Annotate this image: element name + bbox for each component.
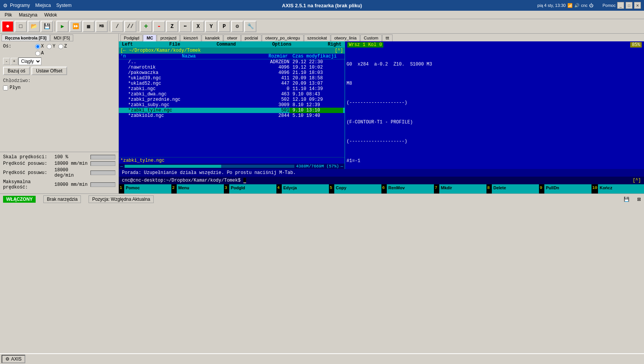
help-label[interactable]: Pomoc <box>603 3 616 8</box>
bazuj-btn[interactable]: Bazuj oś <box>3 67 30 75</box>
tab-podglad[interactable]: Podgląd <box>120 34 143 41</box>
fm-file-pakowaczka[interactable]: /pakowaczka 4096 21.10 18:03 <box>119 70 345 75</box>
system-menu[interactable]: System <box>56 3 72 8</box>
tb-step-btn[interactable]: ⏩ <box>69 21 82 32</box>
tb-y-btn[interactable]: Y <box>205 21 217 32</box>
axis-z-radio[interactable]: Z <box>58 44 67 49</box>
tb-p-btn[interactable]: P <box>218 21 230 32</box>
tab-mc[interactable]: MC <box>143 34 156 41</box>
max-bar[interactable] <box>90 182 115 187</box>
tb-plus-btn[interactable]: + <box>140 21 152 32</box>
fn4-key[interactable]: 4 Edycja <box>276 184 329 193</box>
tb-mb-btn[interactable]: MB <box>95 21 108 32</box>
tab-otwor[interactable]: otwor <box>223 34 241 41</box>
fm-zabki-tylne-name: *zabki_tylne.ngc <box>128 108 251 113</box>
terminal-prompt-bar[interactable]: cnc@cnc-desktop:~/Dropbox/Kamar/kody/Tom… <box>119 177 644 184</box>
tb-x-btn[interactable]: X <box>192 21 204 32</box>
tab-przejazd[interactable]: przejazd <box>157 34 180 41</box>
menu-plik[interactable]: Plik <box>2 11 15 18</box>
fn9-num: 9 <box>539 184 544 193</box>
step-plus-btn[interactable]: + <box>11 58 18 65</box>
fm-progress-dash: — <box>120 164 123 169</box>
predkosc1-bar[interactable] <box>90 161 115 166</box>
fm-nav-forward[interactable]: [^] <box>335 48 343 53</box>
fm-file-nawrotnik[interactable]: /nawrotnik 4096 19.12 10:02 <box>119 65 345 70</box>
axis-x-radio[interactable]: X <box>35 44 44 49</box>
tb-save-btn[interactable]: 💾 <box>41 21 53 32</box>
tb-stop-btn[interactable]: ● <box>2 21 14 32</box>
win-close[interactable]: ✕ <box>634 2 641 9</box>
tab-otwory-po-okregu[interactable]: otwory_po_okregu <box>262 34 304 41</box>
tb-grid-btn[interactable]: ▦ <box>82 21 95 32</box>
tb-slash-btn[interactable]: / <box>111 21 123 32</box>
fn10-key[interactable]: 10 Kończ <box>591 184 644 193</box>
axis-a-radio[interactable]: A <box>35 51 44 56</box>
tb-gear-btn[interactable]: ⚙ <box>231 21 243 32</box>
skala-bar[interactable] <box>90 155 115 159</box>
win-minimize[interactable]: _ <box>617 2 624 9</box>
tab-ttt[interactable]: ttt <box>382 34 393 41</box>
fm-file-dotdot[interactable]: /.. ADRZEDN 29.12 22:30 <box>119 59 345 65</box>
fm-zabki-dwa-size: 463 <box>251 92 289 97</box>
tab-kieszen[interactable]: kieszeń <box>180 34 201 41</box>
power-icon[interactable]: ⏻ <box>589 3 593 8</box>
ustaw-offset-btn[interactable]: Ustaw Offset <box>31 67 67 75</box>
fn5-key[interactable]: 5 Copy <box>329 184 381 193</box>
tb-minus-btn[interactable]: - <box>153 21 165 32</box>
menu-widok[interactable]: Widok <box>41 11 60 18</box>
fm-file-zabki[interactable]: *zabki.ngc 0 11.10 14:39 <box>119 86 345 92</box>
fn-bar: 1 Pomoc 2 Menu 3 Podgld 4 Edycja 5 Cop <box>119 184 644 193</box>
systray-icon1: 📶 <box>567 3 573 8</box>
fn9-key[interactable]: 9 PullDn <box>539 184 591 193</box>
fm-file-zabki-przednie[interactable]: *zabki_przednie.ngc 502 12.10 09:29 <box>119 97 345 102</box>
tab-kanalek[interactable]: kanalek <box>202 34 223 41</box>
tab-reczna-kontrola[interactable]: Ręczna kontrola [F3] <box>2 34 50 41</box>
step-minus-btn[interactable]: - <box>3 58 10 65</box>
fn2-key[interactable]: 2 Menu <box>171 184 224 193</box>
tab-custom[interactable]: Custom <box>360 34 382 41</box>
fn6-key[interactable]: 6 RenMov <box>381 184 434 193</box>
fn10-label: Kończ <box>598 184 644 193</box>
fm-dotdot-name: /.. <box>128 59 251 65</box>
tab-mdi[interactable]: MDI [F5] <box>50 34 73 41</box>
tb-tool-btn[interactable]: 🔧 <box>244 21 256 32</box>
systray-icon2: 🔊 <box>574 3 580 8</box>
fn8-key[interactable]: 8 Delete <box>486 184 539 193</box>
title-left: ⚙ Programy Miejsca System <box>3 3 72 8</box>
plyn-checkbox[interactable]: Płyn <box>3 85 115 90</box>
predkosc1-value: 18000 mm/min <box>54 161 89 166</box>
fm-file-zabkiold[interactable]: *zabkiold.ngc 2844 5.10 19:40 <box>119 113 345 118</box>
fm-file-uklad52[interactable]: *uklad52.ngc 447 20.09 13:07 <box>119 81 345 86</box>
tb-sep3 <box>138 21 138 31</box>
tb-left-btn[interactable]: ⬅ <box>179 21 191 32</box>
fm-nav-back[interactable]: [← <box>120 48 126 53</box>
fn7-key[interactable]: 7 Mkdir <box>434 184 486 193</box>
predkosc2-bar[interactable] <box>90 171 115 175</box>
fm-file-uklad39[interactable]: *uklad39.ngc 411 20.09 18:58 <box>119 75 345 81</box>
win-maximize[interactable]: □ <box>626 2 632 9</box>
tab-podzial[interactable]: podzial <box>241 34 261 41</box>
step-select[interactable]: Ciągły 0.001 0.01 0.1 1 <box>18 57 41 65</box>
fm-file-zabki-tylne[interactable]: *zabki_tylne.ngc 501 9.10 13:10 <box>119 108 345 113</box>
tb-z-btn[interactable]: Z <box>166 21 178 32</box>
tab-szesciokat[interactable]: szesciokat <box>304 34 330 41</box>
fn3-key[interactable]: 3 Podgld <box>224 184 276 193</box>
taskbar-axis[interactable]: ⚙ AXIS <box>2 355 25 363</box>
fn1-key[interactable]: 1 Pomoc <box>119 184 171 193</box>
miejsca-menu[interactable]: Miejsca <box>35 3 51 8</box>
fm-header-file: File <box>169 42 180 47</box>
title-right: pią 4 sty, 13:30 📶 🔊 cnc ⏻ Pomoc _ □ ✕ <box>537 2 641 9</box>
tb-run-btn[interactable]: ▶ <box>56 21 69 32</box>
tb-open-btn[interactable]: 📂 <box>28 21 40 32</box>
system-icon: ⊠ <box>637 197 641 202</box>
axis-y-radio[interactable]: Y <box>47 44 55 49</box>
tb-slash2-btn[interactable]: // <box>124 21 136 32</box>
fm-dotdot-size: ADRZEDN <box>251 59 289 65</box>
terminal-cursor: █ <box>243 178 246 183</box>
fm-file-zabki-dwa[interactable]: *zabki_dwa.ngc 463 9.10 08:43 <box>119 92 345 97</box>
programy-menu[interactable]: Programy <box>10 3 30 8</box>
tab-otwory-linia[interactable]: otwory_linia <box>331 34 360 41</box>
tb-btn2[interactable]: □ <box>15 21 27 32</box>
fm-file-zabki-suby[interactable]: *zabki_suby.ngc 3009 8.10 12:39 <box>119 102 345 108</box>
menu-maszyna[interactable]: Maszyna <box>16 11 40 18</box>
